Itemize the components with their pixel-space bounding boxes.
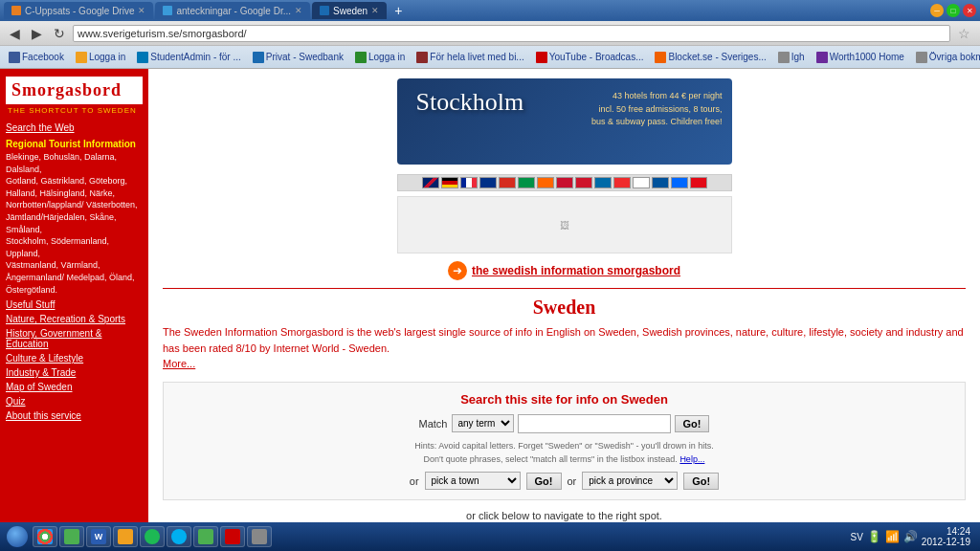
more-link[interactable]: More... xyxy=(163,358,195,369)
taskbar-app-maps[interactable] xyxy=(193,526,218,547)
tab-cdrive-icon xyxy=(11,6,21,15)
bookmark-igh[interactable]: Igh xyxy=(773,50,810,65)
bookmark-student[interactable]: StudentAdmin - för ... xyxy=(132,50,246,65)
flag-tr xyxy=(690,177,707,188)
region-item-7: Västmanland, Värmland, xyxy=(6,259,143,272)
sidebar-logo: Smorgasbord xyxy=(6,77,143,104)
maximize-button[interactable]: □ xyxy=(947,4,960,17)
student-icon xyxy=(137,52,148,63)
reload-button[interactable]: ↻ xyxy=(50,24,69,43)
tab-anteckningar[interactable]: anteckningar - Google Dr... ✕ xyxy=(155,2,310,19)
bookmark-youtube-label: YouTube - Broadcas... xyxy=(549,52,644,62)
quiz-link[interactable]: Quiz xyxy=(6,396,143,407)
taskbar-app-chrome[interactable] xyxy=(33,526,57,547)
tab-anteckningar-label: anteckningar - Google Dr... xyxy=(176,6,291,16)
bookmark-forlivet[interactable]: För hela livet med bi... xyxy=(412,50,528,65)
folder-icon xyxy=(118,529,133,544)
tab-cdrive-close[interactable]: ✕ xyxy=(138,6,145,15)
unknown-app-icon xyxy=(252,529,267,544)
flag-it xyxy=(518,177,535,188)
ad-promo-text: 43 hotels from 44 € per night incl. 50 f… xyxy=(591,90,723,129)
nature-link[interactable]: Nature, Recreation & Sports xyxy=(6,314,143,324)
go-button-1[interactable]: Go! xyxy=(675,415,710,432)
bookmarks-bar: Facebook Logga in StudentAdmin - för ...… xyxy=(0,46,980,69)
search-hints: Hints: Avoid capital letters. Forget "Sw… xyxy=(173,439,955,467)
ovriga-icon xyxy=(916,52,927,63)
bookmark-facebook[interactable]: Facebook xyxy=(4,50,69,65)
click-below-text: or click below to navigate to the right … xyxy=(163,510,966,521)
flag-dk xyxy=(652,177,669,188)
bookmark-star-button[interactable]: ☆ xyxy=(954,26,974,41)
go-button-3[interactable]: Go! xyxy=(683,473,719,490)
back-button[interactable]: ◀ xyxy=(6,24,24,43)
bookmark-ovriga-label: Övriga bokmärken xyxy=(929,52,980,62)
taskbar-app-word[interactable]: W xyxy=(86,526,111,547)
ad-banner[interactable]: Stockholm 43 hotels from 44 € per night … xyxy=(397,78,732,165)
taskbar-app-unknown[interactable] xyxy=(247,526,272,547)
address-text: www.sverigeturism.se/smorgasbord/ xyxy=(78,28,247,39)
taskbar-app-skype[interactable] xyxy=(167,526,191,547)
minimize-button[interactable]: ─ xyxy=(930,4,944,17)
hint-1: Hints: Avoid capital letters. Forget "Sw… xyxy=(414,441,713,451)
bookmark-privat[interactable]: Privat - Swedbank xyxy=(248,50,348,65)
go-button-2[interactable]: Go! xyxy=(526,473,562,490)
logga-icon xyxy=(76,52,87,63)
forward-button[interactable]: ▶ xyxy=(28,24,46,43)
intro-content: The Sweden Information Smorgasbord is th… xyxy=(163,326,964,354)
taskbar-app-acrobat[interactable] xyxy=(220,526,245,547)
bookmark-logga-label: Logga in xyxy=(89,52,125,62)
tab-anteckningar-close[interactable]: ✕ xyxy=(295,6,302,15)
windows-orb[interactable] xyxy=(7,526,28,547)
search-web-link[interactable]: Search the Web xyxy=(6,122,143,133)
tab-sweden-close[interactable]: ✕ xyxy=(371,6,379,15)
town-select[interactable]: pick a town xyxy=(425,472,521,490)
forlivet-icon xyxy=(416,52,428,63)
start-button[interactable] xyxy=(4,525,31,548)
flag-pl xyxy=(556,177,573,188)
taskbar-app-folder[interactable] xyxy=(113,526,138,547)
tab-sweden[interactable]: Sweden ✕ xyxy=(312,2,387,19)
region-item-1: Blekinge, Bohuslän, Dalarna, Dalsland, xyxy=(6,151,143,175)
bookmark-worth-label: Worth1000 Home xyxy=(830,52,904,62)
flag-gb xyxy=(422,177,439,188)
taskbar: W SV 🔋 📶 🔊 14:24 2012-12-19 xyxy=(0,522,980,551)
ad-city-name: Stockholm xyxy=(416,88,524,117)
taskbar-app-spotify[interactable] xyxy=(140,526,165,547)
bookmark-youtube[interactable]: YouTube - Broadcas... xyxy=(531,50,649,65)
new-tab-button[interactable]: + xyxy=(389,3,408,18)
bookmark-logga[interactable]: Logga in xyxy=(71,50,130,65)
checkmark-icon xyxy=(64,529,79,544)
hint-2: Don't quote phrases, select "match all t… xyxy=(424,454,678,464)
regional-tourist-title: Regional Tourist Information xyxy=(6,139,143,149)
bookmark-blocket[interactable]: Blocket.se - Sveriges... xyxy=(650,50,770,65)
tray-network-icon: 📶 xyxy=(885,530,900,543)
map-link[interactable]: Map of Sweden xyxy=(6,382,143,392)
window-controls: ─ □ ✕ xyxy=(930,4,976,17)
useful-stuff-link[interactable]: Useful Stuff xyxy=(6,299,143,310)
tray-battery-icon: 🔋 xyxy=(867,530,881,543)
bookmark-ovriga[interactable]: Övriga bokmärken xyxy=(911,50,980,65)
industry-link[interactable]: Industry & Trade xyxy=(6,367,143,378)
bookmark-logga2[interactable]: Logga in xyxy=(350,50,410,65)
taskbar-app-checkmark[interactable] xyxy=(59,526,84,547)
broken-image-icon: 🖼 xyxy=(560,220,569,231)
help-link[interactable]: Help... xyxy=(679,454,704,464)
smorgasbord-link[interactable]: the swedish information smorgasbord xyxy=(472,264,680,277)
tab-cdrive[interactable]: C-Uppsats - Google Drive ✕ xyxy=(4,2,153,19)
search-section-title: Search this site for info on Sweden xyxy=(173,392,955,407)
culture-link[interactable]: Culture & Lifestyle xyxy=(6,353,143,364)
match-select[interactable]: any term xyxy=(452,414,514,432)
flag-ru xyxy=(671,177,688,188)
about-link[interactable]: About this service xyxy=(6,410,143,421)
history-link[interactable]: History, Government & Education xyxy=(6,328,143,349)
bookmark-worth[interactable]: Worth1000 Home xyxy=(812,50,909,65)
bookmark-student-label: StudentAdmin - för ... xyxy=(150,52,241,62)
flag-bar xyxy=(397,174,732,191)
search-input[interactable] xyxy=(518,414,671,433)
or-text-2: or xyxy=(568,475,577,487)
tray-clock: 14:24 2012-12-19 xyxy=(922,526,970,547)
address-bar[interactable]: www.sverigeturism.se/smorgasbord/ xyxy=(73,25,950,42)
tray-volume-icon: 🔊 xyxy=(903,530,918,543)
province-select[interactable]: pick a province xyxy=(582,472,678,490)
close-button[interactable]: ✕ xyxy=(963,4,976,17)
